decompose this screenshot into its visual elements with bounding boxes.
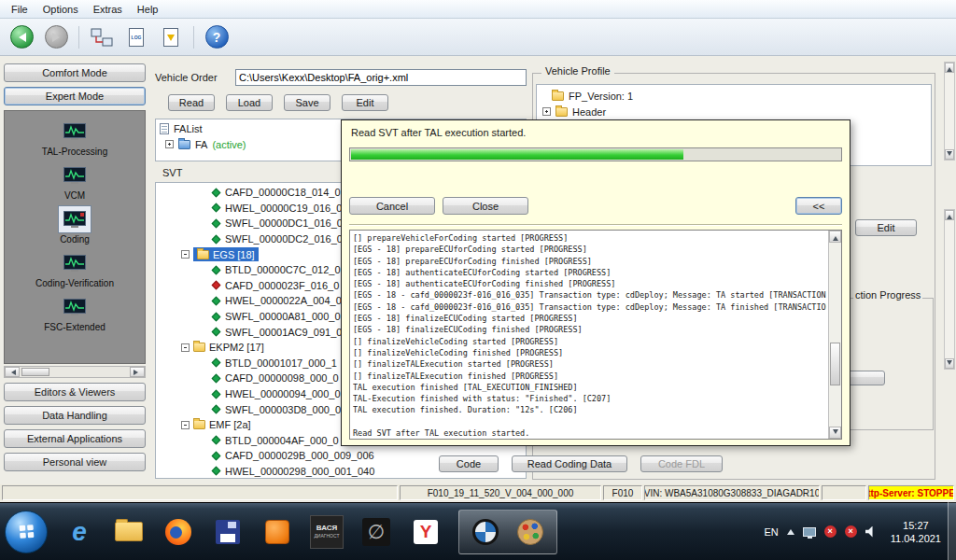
connection-button[interactable] [88, 23, 116, 51]
sidebar-item-coding-verification[interactable]: Coding-Verification [5, 249, 145, 288]
palette-app-icon[interactable] [513, 512, 547, 552]
volume-icon[interactable] [865, 526, 877, 538]
collapse-details-button[interactable]: << [795, 197, 842, 215]
scrollbar-thumb[interactable] [21, 368, 49, 376]
hwel-icon [212, 389, 221, 399]
sidebar-item-fsc-extended[interactable]: FSC-Extended [5, 293, 145, 332]
language-indicator[interactable]: EN [764, 526, 778, 538]
comfort-mode-button[interactable]: Comfort Mode [4, 63, 146, 82]
data-handling-button[interactable]: Data Handling [4, 406, 146, 425]
hidden-icons-icon[interactable] [787, 525, 794, 535]
edit-fa-button[interactable]: Edit [342, 94, 388, 111]
scroll-up-icon[interactable] [829, 231, 841, 243]
clock-date: 11.04.2021 [891, 532, 941, 545]
log-lines: [] prepareVehicleForCoding started [PROG… [353, 232, 826, 437]
save-button[interactable]: Save [284, 94, 330, 111]
cancel-button[interactable]: Cancel [349, 197, 435, 215]
bmw-roundel-icon[interactable] [469, 512, 502, 552]
folder-icon [178, 140, 190, 149]
expand-icon[interactable] [165, 140, 174, 148]
read-button[interactable]: Read [168, 94, 215, 111]
oscilloscope-icon [63, 211, 86, 229]
forward-icon [45, 25, 68, 49]
status-http-server: Http-Server: STOPPED [868, 485, 954, 500]
status-blank [2, 485, 398, 500]
vasya-diagnost-icon[interactable]: ВАСЯ ДИАГНОСТ [310, 512, 344, 552]
toolbar-separator [193, 26, 194, 49]
personal-view-button[interactable]: Personal view [4, 453, 146, 471]
log-button[interactable]: LOG [122, 23, 150, 51]
show-desktop-button[interactable] [948, 502, 956, 560]
sidebar-item-coding[interactable]: Coding [5, 205, 145, 245]
internet-explorer-icon[interactable]: e [63, 512, 96, 552]
save-floppy-icon[interactable] [211, 512, 245, 552]
log-line: [EGS - 18] finalizeECUCoding started [PR… [353, 313, 826, 324]
expand-icon[interactable] [542, 107, 551, 116]
log-line: [] finalizeTALExecution started [PROGRES… [353, 358, 826, 370]
dialog-separator [349, 224, 842, 226]
help-button[interactable]: ? [203, 23, 231, 51]
menubar: File Options Extras Help [0, 0, 956, 19]
collapse-icon[interactable] [181, 250, 190, 259]
vertical-scrollbar[interactable] [944, 209, 955, 370]
folder-icon [193, 343, 205, 352]
clock[interactable]: 15:27 11.04.2021 [891, 519, 941, 545]
execution-log: [] prepareVehicleForCoding started [PROG… [349, 230, 842, 440]
menu-item-options[interactable]: Options [35, 2, 86, 17]
code-fdl-button[interactable]: Code FDL [640, 455, 723, 472]
load-button[interactable]: Load [226, 94, 273, 111]
sidebar-item-vcm[interactable]: VCM [5, 161, 145, 201]
error-badge-icon[interactable]: × [845, 525, 857, 538]
scroll-down-icon[interactable] [829, 427, 841, 439]
log-line: [EGS - 18] prepareECUforCoding started [… [353, 244, 826, 255]
orange-app-icon[interactable] [260, 512, 294, 552]
back-icon [10, 25, 34, 49]
scrollbar-thumb[interactable] [830, 343, 840, 385]
fp-version-row[interactable]: FP_Version: 1 [542, 89, 931, 105]
header-row[interactable]: Header [542, 105, 931, 120]
back-button[interactable] [7, 23, 35, 51]
read-coding-data-button[interactable]: Read Coding Data [512, 455, 627, 472]
scroll-down-icon[interactable] [945, 358, 954, 369]
firefox-icon[interactable] [162, 512, 195, 552]
sidebar: Comfort Mode Expert Mode TAL-Processing … [4, 63, 146, 471]
swfl-icon [212, 405, 221, 414]
expert-mode-button[interactable]: Expert Mode [4, 87, 146, 105]
collapse-icon[interactable] [181, 421, 190, 429]
scroll-down-icon[interactable] [945, 149, 954, 160]
cafd-icon [212, 451, 221, 460]
export-button[interactable] [157, 23, 185, 51]
cafd-icon [212, 188, 221, 197]
mode-panel-scrollbar[interactable] [4, 366, 146, 378]
vehicle-order-path-input[interactable] [235, 69, 527, 86]
external-applications-button[interactable]: External Applications [4, 429, 146, 448]
vertical-scrollbar[interactable] [944, 62, 955, 161]
null-set-app-icon[interactable]: ∅ [359, 512, 393, 552]
swfl-icon [212, 234, 221, 244]
code-button[interactable]: Code [439, 455, 499, 472]
scroll-left-icon[interactable] [5, 367, 20, 377]
collapse-icon[interactable] [181, 343, 190, 352]
connection-icon [91, 28, 113, 47]
network-monitor-icon[interactable] [803, 527, 816, 537]
sidebar-item-tal-processing[interactable]: TAL-Processing [5, 118, 145, 157]
forward-button[interactable] [42, 23, 70, 51]
explorer-folder-icon[interactable] [112, 512, 146, 552]
help-icon: ? [205, 25, 229, 49]
document-icon [160, 123, 169, 134]
profile-edit-button[interactable]: Edit [855, 219, 917, 236]
scroll-up-icon[interactable] [945, 210, 954, 220]
scroll-right-icon[interactable] [130, 367, 145, 377]
start-button[interactable] [5, 511, 48, 553]
execution-progress-label: ction Progress [853, 289, 922, 301]
menu-item-file[interactable]: File [4, 2, 35, 17]
menu-item-help[interactable]: Help [130, 2, 166, 17]
menu-item-extras[interactable]: Extras [86, 2, 130, 17]
y-launcher-icon[interactable]: Y [409, 512, 443, 552]
editors-viewers-button[interactable]: Editors & Viewers [4, 383, 146, 401]
log-scrollbar[interactable] [828, 231, 841, 439]
error-badge-icon[interactable]: × [824, 525, 836, 538]
scroll-up-icon[interactable] [945, 63, 954, 73]
close-button[interactable]: Close [443, 197, 528, 215]
oscilloscope-icon [63, 299, 86, 316]
